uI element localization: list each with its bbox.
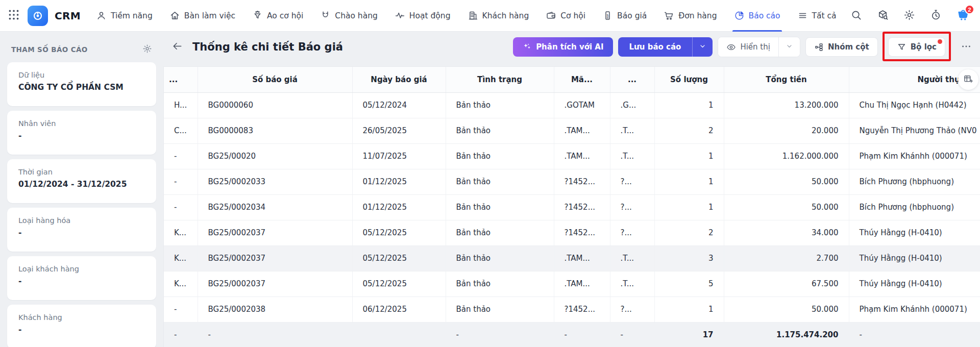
- param-card[interactable]: Loại khách hàng -: [7, 256, 156, 300]
- cell-ngay_bao_gia: 01/12/2025: [352, 169, 446, 194]
- cell-dots: .T...: [610, 271, 654, 296]
- column-header-so_luong[interactable]: Số lượng: [654, 67, 724, 92]
- nav-item-label: Chào hàng: [335, 11, 378, 20]
- crm-logo[interactable]: [28, 6, 48, 26]
- param-card[interactable]: Dữ liệu CÔNG TY CỔ PHẦN CSM: [7, 62, 156, 106]
- nav-item-label: Cơ hội: [560, 11, 585, 20]
- display-dropdown-button[interactable]: [778, 37, 800, 57]
- sidebar-title: THAM SỐ BÁO CÁO: [11, 45, 88, 54]
- filter-button[interactable]: Bộ lọc: [888, 37, 945, 57]
- back-button[interactable]: [169, 38, 185, 56]
- column-header-ngay_bao_gia[interactable]: Ngày báo giá: [352, 67, 446, 92]
- alarm-clock-icon: [930, 9, 942, 22]
- nav-item-label: Khách hàng: [482, 11, 529, 20]
- sidebar-settings-button[interactable]: [142, 44, 152, 55]
- search-button[interactable]: [850, 9, 862, 22]
- cell-tinh_trang: Bản thảo: [446, 271, 554, 296]
- cell-tong_tien: 1.162.000.000: [724, 143, 849, 169]
- nav-item[interactable]: Hoạt động: [395, 0, 451, 32]
- alarm-clock-button[interactable]: [930, 9, 942, 22]
- param-card[interactable]: Loại hàng hóa -: [7, 208, 156, 252]
- cell-so_luong: 3: [654, 245, 724, 271]
- nav-item-label: Tiềm năng: [111, 11, 153, 20]
- nav-item-label: Tất cả: [812, 11, 837, 20]
- search-icon: [850, 9, 862, 22]
- param-label: Khách hàng: [18, 313, 146, 321]
- cell-ngay_bao_gia: 05/12/2025: [352, 271, 446, 296]
- cell-nguoi_thuc_hien: Bích Phương (hbphuong): [849, 169, 980, 194]
- analyze-with-ai-button[interactable]: Phân tích với AI: [513, 37, 612, 57]
- group-columns-button[interactable]: Nhóm cột: [805, 37, 878, 57]
- cell-nguoi_thuc_hien: Phạm Kim Khánhh (000071): [849, 296, 980, 322]
- nav-item[interactable]: Tiềm năng: [96, 0, 153, 32]
- cell-row_menu: K...: [164, 245, 198, 271]
- nav-item[interactable]: $Báo giá: [602, 0, 647, 32]
- settings-gear-button[interactable]: [903, 9, 915, 22]
- cell-nguoi_thuc_hien: Thúy Hằngg (H-0410): [849, 220, 980, 245]
- table-row[interactable]: H...BG000006005/12/2024Bản thảo.GOTAM.G.…: [164, 92, 980, 118]
- cell-so_bao_gia: BG0000060: [198, 92, 352, 118]
- nav-item[interactable]: Đơn hàng: [664, 0, 717, 32]
- table-row[interactable]: -BG25/0002011/07/2025Bản thảo.TAM....T..…: [164, 143, 980, 169]
- param-card[interactable]: Khách hàng -: [7, 305, 156, 347]
- param-card[interactable]: Thời gian 01/12/2024 - 31/12/2025: [7, 159, 156, 203]
- main-nav: Tiềm năngBàn làm việcAo cơ hộiChào hàngH…: [96, 0, 837, 32]
- gear-icon: [142, 44, 152, 55]
- cell-ngay_bao_gia: 01/12/2025: [352, 194, 446, 220]
- summary-cell-ngay_bao_gia: [352, 322, 446, 347]
- table-row[interactable]: K...BG25/000203705/12/2025Bản thảo.TAM..…: [164, 245, 980, 271]
- cell-dots: .T...: [610, 245, 654, 271]
- summary-cell-nguoi_thuc_hien: -: [849, 322, 980, 347]
- package-search-button[interactable]: [877, 9, 889, 22]
- cell-dots: ?...: [610, 296, 654, 322]
- table-row[interactable]: -BG25/000203301/12/2025Bản thảo?1452...?…: [164, 169, 980, 194]
- column-header-dots[interactable]: ...: [610, 67, 654, 92]
- nav-item[interactable]: Chào hàng: [320, 0, 378, 32]
- param-card[interactable]: Nhân viên -: [7, 111, 156, 155]
- summary-cell-so_bao_gia: -: [198, 322, 352, 347]
- activity-icon: [395, 10, 405, 21]
- more-actions-button[interactable]: [958, 41, 975, 54]
- cell-ma: ?1452...: [554, 194, 610, 220]
- display-button[interactable]: Hiển thị: [718, 37, 778, 57]
- nav-item[interactable]: Bàn làm việc: [169, 0, 235, 32]
- cell-dots: .T...: [610, 143, 654, 169]
- cart-filled-button[interactable]: 2: [957, 8, 970, 23]
- cell-ma: .GOTAM: [554, 92, 610, 118]
- cell-so_luong: 1: [654, 296, 724, 322]
- column-header-row_menu[interactable]: ...: [164, 67, 198, 92]
- save-report-button[interactable]: Lưu báo cáo: [618, 37, 693, 57]
- cell-so_bao_gia: BG25/0002037: [198, 271, 352, 296]
- cell-ma: ?1452...: [554, 220, 610, 245]
- cell-so_luong: 1: [654, 92, 724, 118]
- add-column-button[interactable]: [958, 69, 978, 90]
- summary-cell-tinh_trang: -: [446, 322, 554, 347]
- cell-nguoi_thuc_hien: Bích Phương (hbphuong): [849, 194, 980, 220]
- receipt-dollar-icon: $: [602, 10, 613, 21]
- building-icon: [468, 10, 478, 21]
- column-header-ma[interactable]: Mã...: [554, 67, 610, 92]
- column-header-tinh_trang[interactable]: Tình trạng: [446, 67, 554, 92]
- table-row[interactable]: C...BG000008326/05/2025Bản thảo.TAM....T…: [164, 118, 980, 143]
- column-header-so_bao_gia[interactable]: Số báo giá: [198, 67, 352, 92]
- table-row[interactable]: K...BG25/000203705/12/2025Bản thảo.TAM..…: [164, 271, 980, 296]
- magnet-icon: [320, 10, 331, 21]
- table-row[interactable]: -BG25/000203401/12/2025Bản thảo?1452...?…: [164, 194, 980, 220]
- column-header-tong_tien[interactable]: Tổng tiền: [724, 67, 849, 92]
- cell-ngay_bao_gia: 05/12/2025: [352, 245, 446, 271]
- nav-item[interactable]: Báo cáo: [734, 0, 780, 32]
- cell-ngay_bao_gia: 05/12/2025: [352, 220, 446, 245]
- param-label: Thời gian: [18, 168, 146, 176]
- table-row[interactable]: -BG25/000203806/12/2025Bản thảo?1452...?…: [164, 296, 980, 322]
- cell-so_luong: 2: [654, 220, 724, 245]
- table-row[interactable]: K...BG25/000203705/12/2025Bản thảo?1452.…: [164, 220, 980, 245]
- nav-item[interactable]: Cơ hội: [546, 0, 585, 32]
- nav-item[interactable]: Ao cơ hội: [252, 0, 303, 32]
- save-report-dropdown-button[interactable]: [692, 37, 713, 57]
- apps-grid-button[interactable]: [7, 8, 20, 23]
- summary-cell-ma: -: [554, 322, 610, 347]
- nav-item[interactable]: Tất cả: [797, 0, 837, 32]
- nav-item[interactable]: Khách hàng: [468, 0, 529, 32]
- cell-ngay_bao_gia: 05/12/2024: [352, 92, 446, 118]
- cart-icon: [664, 10, 674, 21]
